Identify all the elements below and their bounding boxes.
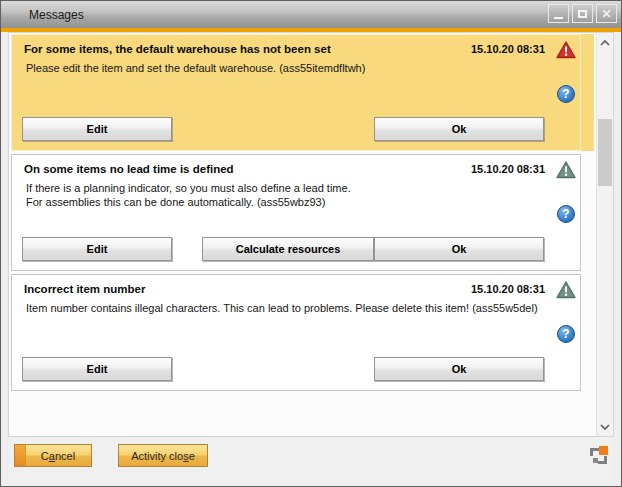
scroll-down-button[interactable] (597, 418, 613, 435)
message-body: Item number contains illegal characters.… (26, 301, 538, 315)
expand-orange-square-icon (599, 446, 608, 455)
activity-close-button[interactable]: Activity close (118, 444, 208, 467)
minimize-icon (554, 17, 563, 19)
message-card-box: On some items no lead time is defined 15… (11, 154, 581, 271)
expand-bracket-icon (590, 448, 599, 456)
message-button-edit[interactable]: Edit (22, 357, 172, 381)
close-button[interactable]: ✕ (596, 4, 617, 23)
message-card[interactable]: On some items no lead time is defined 15… (11, 154, 594, 271)
minimize-button[interactable] (548, 4, 569, 23)
expand-form-button[interactable] (590, 446, 608, 464)
message-timestamp: 15.10.20 08:31 (471, 163, 545, 175)
message-body-line: If there is a planning indicator, so you… (26, 181, 351, 195)
expand-gray-square-icon (593, 458, 598, 463)
message-timestamp: 15.10.20 08:31 (471, 283, 545, 295)
scrollbar[interactable] (596, 33, 613, 436)
chevron-up-icon (600, 40, 610, 46)
message-body-line: For assemblies this can be done automati… (26, 195, 351, 209)
maximize-icon (578, 10, 587, 18)
messages-window: Messages ✕ For some items, the default w… (0, 0, 622, 487)
warning-icon (556, 281, 576, 299)
error-icon (556, 41, 576, 59)
message-body-line: Please edit the item and set the default… (26, 61, 365, 75)
warning-icon (556, 161, 576, 179)
message-title: On some items no lead time is defined (24, 163, 234, 175)
scrollbar-thumb[interactable] (598, 119, 612, 186)
cancel-button[interactable]: Cancel (14, 444, 92, 467)
message-body-line: Item number contains illegal characters.… (26, 301, 538, 315)
expand-bracket-icon (598, 456, 607, 464)
window-title: Messages (1, 8, 84, 22)
maximize-button[interactable] (572, 4, 593, 23)
message-title: Incorrect item number (24, 283, 145, 295)
message-title: For some items, the default warehouse ha… (24, 43, 331, 55)
message-card[interactable]: For some items, the default warehouse ha… (11, 34, 594, 151)
message-rows: For some items, the default warehouse ha… (11, 34, 594, 394)
help-icon[interactable]: ? (557, 205, 575, 223)
message-body: Please edit the item and set the default… (26, 61, 365, 75)
message-timestamp: 15.10.20 08:31 (471, 43, 545, 55)
chevron-down-icon (600, 424, 610, 430)
message-button-ok[interactable]: Ok (374, 357, 544, 381)
message-card-box: Incorrect item number 15.10.20 08:31 Ite… (11, 274, 581, 391)
message-body: If there is a planning indicator, so you… (26, 181, 351, 209)
help-icon[interactable]: ? (557, 85, 575, 103)
message-button-calculate-resources[interactable]: Calculate resources (202, 237, 374, 261)
message-button-ok[interactable]: Ok (374, 237, 544, 261)
close-icon: ✕ (601, 8, 611, 20)
message-card-box: For some items, the default warehouse ha… (11, 34, 581, 151)
footer: Cancel Activity close (8, 437, 614, 479)
titlebar: Messages (1, 1, 621, 28)
message-button-ok[interactable]: Ok (374, 117, 544, 141)
message-button-edit[interactable]: Edit (22, 117, 172, 141)
message-card[interactable]: Incorrect item number 15.10.20 08:31 Ite… (11, 274, 594, 391)
help-icon[interactable]: ? (557, 325, 575, 343)
scroll-up-button[interactable] (597, 34, 613, 51)
window-controls: ✕ (548, 4, 617, 23)
message-button-edit[interactable]: Edit (22, 237, 172, 261)
cancel-accent-strip (15, 445, 26, 466)
messages-list: For some items, the default warehouse ha… (8, 32, 614, 437)
